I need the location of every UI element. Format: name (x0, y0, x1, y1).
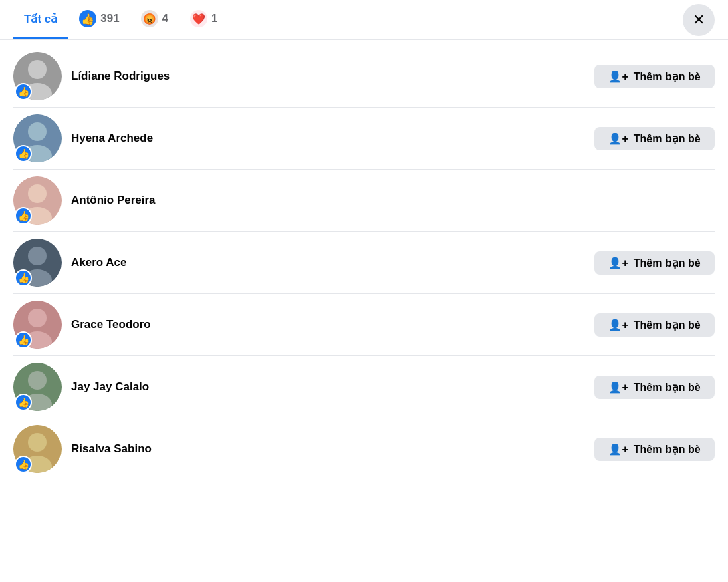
user-name: Grace Teodoro (71, 318, 585, 331)
add-friend-button[interactable]: 👤+ Thêm bạn bè (594, 251, 715, 275)
angry-icon: 😡 (141, 10, 158, 27)
reaction-badge: 👍 (15, 207, 32, 225)
user-name: Lídiane Rodrigues (71, 69, 585, 83)
list-item: 👍 Akero Ace 👤+ Thêm bạn bè (0, 232, 728, 293)
tab-all-label: Tất cả (24, 12, 57, 26)
svg-point-16 (28, 371, 47, 390)
avatar-wrap: 👍 (13, 52, 62, 100)
svg-point-10 (28, 247, 47, 265)
add-friend-icon: 👤+ (608, 132, 628, 145)
avatar-wrap: 👍 (13, 239, 62, 287)
add-friend-icon: 👤+ (608, 319, 628, 331)
add-friend-button[interactable]: 👤+ Thêm bạn bè (594, 127, 715, 150)
avatar-wrap: 👍 (13, 363, 62, 411)
reaction-badge: 👍 (15, 456, 32, 473)
add-friend-label: Thêm bạn bè (634, 319, 701, 331)
user-name: Antônio Pereira (71, 194, 715, 207)
svg-point-1 (28, 60, 47, 79)
close-icon: ✕ (693, 11, 705, 29)
user-list: 👍 Lídiane Rodrigues 👤+ Thêm bạn bè 👍 (0, 40, 728, 485)
add-friend-icon: 👤+ (608, 443, 628, 456)
add-friend-button[interactable]: 👤+ Thêm bạn bè (594, 376, 715, 399)
svg-point-4 (28, 122, 47, 141)
user-name: Jay Jay Calalo (71, 380, 585, 394)
avatar-wrap: 👍 (13, 301, 62, 349)
tab-love[interactable]: ❤️ 1 (179, 0, 228, 39)
tab-like[interactable]: 👍 391 (68, 0, 130, 39)
avatar-wrap: 👍 (13, 425, 62, 473)
list-item: 👍 Lídiane Rodrigues 👤+ Thêm bạn bè (0, 45, 728, 107)
close-button[interactable]: ✕ (683, 4, 715, 36)
avatar-wrap: 👍 (13, 176, 62, 225)
user-name: Hyena Archede (71, 132, 585, 145)
list-item: 👍 Antônio Pereira (0, 170, 728, 231)
reaction-badge: 👍 (15, 83, 32, 100)
svg-point-13 (28, 309, 47, 327)
tab-bar: Tất cả 👍 391 😡 4 ❤️ 1 ✕ (0, 0, 728, 40)
love-icon: ❤️ (190, 10, 207, 27)
tab-angry-count: 4 (162, 12, 168, 25)
list-item: 👍 Hyena Archede 👤+ Thêm bạn bè (0, 108, 728, 169)
user-name: Akero Ace (71, 256, 585, 269)
add-friend-label: Thêm bạn bè (634, 381, 701, 394)
add-friend-icon: 👤+ (608, 257, 628, 269)
tab-love-count: 1 (211, 12, 217, 25)
avatar-wrap: 👍 (13, 114, 62, 162)
add-friend-icon: 👤+ (608, 381, 628, 394)
add-friend-label: Thêm bạn bè (634, 257, 701, 269)
add-friend-label: Thêm bạn bè (634, 70, 701, 83)
svg-point-19 (28, 433, 47, 452)
reaction-badge: 👍 (15, 394, 32, 411)
tab-all[interactable]: Tất cả (13, 0, 68, 39)
add-friend-button[interactable]: 👤+ Thêm bạn bè (594, 313, 715, 337)
list-item: 👍 Grace Teodoro 👤+ Thêm bạn bè (0, 294, 728, 355)
tab-angry[interactable]: 😡 4 (130, 0, 179, 39)
reaction-badge: 👍 (15, 331, 32, 349)
like-icon: 👍 (79, 10, 96, 27)
add-friend-icon: 👤+ (608, 70, 628, 83)
list-item: 👍 Risalva Sabino 👤+ Thêm bạn bè (0, 418, 728, 480)
add-friend-button[interactable]: 👤+ Thêm bạn bè (594, 65, 715, 88)
user-name: Risalva Sabino (71, 442, 585, 456)
svg-point-7 (28, 184, 47, 203)
list-item: 👍 Jay Jay Calalo 👤+ Thêm bạn bè (0, 356, 728, 418)
reaction-badge: 👍 (15, 269, 32, 287)
add-friend-label: Thêm bạn bè (634, 132, 701, 145)
tab-like-count: 391 (100, 12, 119, 25)
reactions-modal: Tất cả 👍 391 😡 4 ❤️ 1 ✕ (0, 0, 728, 485)
add-friend-label: Thêm bạn bè (634, 443, 701, 456)
reaction-badge: 👍 (15, 145, 32, 162)
add-friend-button[interactable]: 👤+ Thêm bạn bè (594, 438, 715, 461)
